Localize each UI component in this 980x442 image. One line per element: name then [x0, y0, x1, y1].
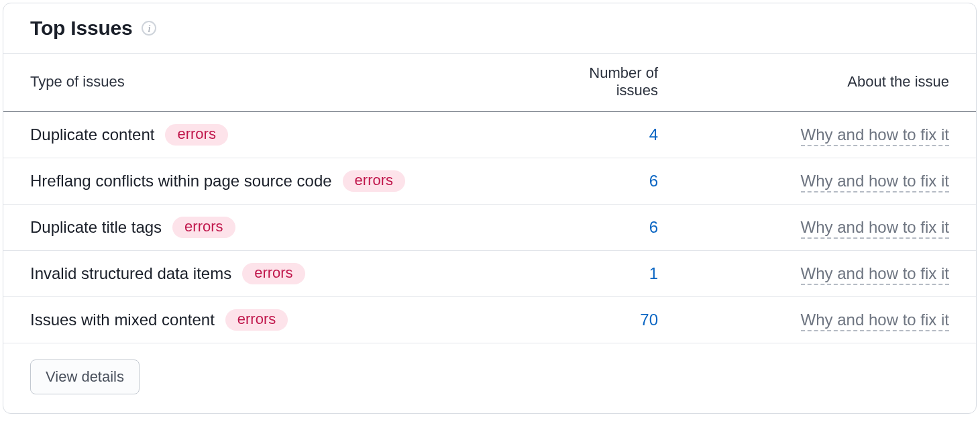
col-header-about: About the issue: [665, 54, 976, 112]
why-how-fix-link[interactable]: Why and how to fix it: [801, 264, 949, 285]
issue-count-cell: 6: [529, 158, 665, 205]
card-title: Top Issues: [30, 17, 132, 40]
top-issues-card: Top Issues i Type of issues Number of is…: [3, 3, 977, 414]
issue-count-cell: 6: [529, 205, 665, 251]
error-badge: errors: [242, 263, 305, 284]
issue-cell: Duplicate contenterrors: [3, 112, 529, 158]
error-badge: errors: [172, 217, 235, 238]
table-header-row: Type of issues Number of issues About th…: [3, 54, 976, 112]
about-cell: Why and how to fix it: [665, 158, 976, 205]
why-how-fix-link[interactable]: Why and how to fix it: [801, 311, 949, 331]
error-badge: errors: [343, 170, 405, 192]
issue-name-label: Hreflang conflicts within page source co…: [30, 172, 332, 190]
card-footer: View details: [3, 343, 976, 413]
table-row: Invalid structured data itemserrors1Why …: [3, 251, 976, 297]
info-icon[interactable]: i: [142, 21, 156, 36]
col-header-number: Number of issues: [529, 54, 665, 112]
issue-count-link[interactable]: 6: [649, 218, 658, 236]
issue-cell: Duplicate title tagserrors: [3, 205, 529, 251]
issue-cell: Hreflang conflicts within page source co…: [3, 158, 529, 205]
about-cell: Why and how to fix it: [665, 297, 976, 343]
why-how-fix-link[interactable]: Why and how to fix it: [801, 218, 949, 239]
issue-name-label: Invalid structured data items: [30, 264, 231, 283]
issue-name-label: Issues with mixed content: [30, 311, 215, 329]
card-header: Top Issues i: [3, 3, 976, 53]
view-details-button[interactable]: View details: [30, 360, 140, 394]
issues-table: Type of issues Number of issues About th…: [3, 53, 976, 343]
table-row: Hreflang conflicts within page source co…: [3, 158, 976, 205]
about-cell: Why and how to fix it: [665, 112, 976, 158]
issue-count-cell: 1: [529, 251, 665, 297]
issue-name-label: Duplicate title tags: [30, 218, 162, 237]
error-badge: errors: [165, 124, 227, 146]
why-how-fix-link[interactable]: Why and how to fix it: [801, 125, 949, 146]
issue-count-cell: 4: [529, 112, 665, 158]
table-row: Duplicate title tagserrors6Why and how t…: [3, 205, 976, 251]
issue-count-link[interactable]: 70: [640, 311, 658, 329]
table-row: Issues with mixed contenterrors70Why and…: [3, 297, 976, 343]
why-how-fix-link[interactable]: Why and how to fix it: [801, 172, 949, 192]
issue-count-link[interactable]: 1: [649, 264, 658, 282]
table-row: Duplicate contenterrors4Why and how to f…: [3, 112, 976, 158]
issue-count-cell: 70: [529, 297, 665, 343]
issue-name-label: Duplicate content: [30, 125, 154, 144]
issue-count-link[interactable]: 4: [649, 125, 658, 144]
about-cell: Why and how to fix it: [665, 251, 976, 297]
issue-cell: Issues with mixed contenterrors: [3, 297, 529, 343]
issue-count-link[interactable]: 6: [649, 172, 658, 190]
about-cell: Why and how to fix it: [665, 205, 976, 251]
error-badge: errors: [225, 309, 288, 331]
issue-cell: Invalid structured data itemserrors: [3, 251, 529, 297]
col-header-type: Type of issues: [3, 54, 529, 112]
